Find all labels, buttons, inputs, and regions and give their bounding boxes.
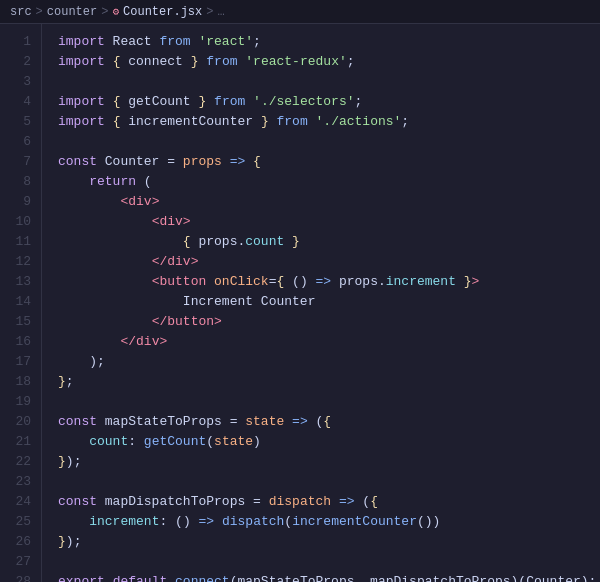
token: ) bbox=[66, 534, 74, 549]
line-number-27: 27 bbox=[0, 552, 41, 572]
token bbox=[58, 174, 89, 189]
code-line-6 bbox=[58, 132, 600, 152]
token: ( bbox=[292, 274, 300, 289]
code-line-5: import { incrementCounter } from './acti… bbox=[58, 112, 600, 132]
token: incrementCounter bbox=[292, 514, 417, 529]
token: ) bbox=[66, 454, 74, 469]
token: { bbox=[183, 234, 191, 249]
token bbox=[261, 494, 269, 509]
token: ( bbox=[206, 434, 214, 449]
code-line-17: ); bbox=[58, 352, 600, 372]
token bbox=[245, 154, 253, 169]
token: increment bbox=[386, 274, 456, 289]
token: ( bbox=[284, 514, 292, 529]
line-number-26: 26 bbox=[0, 532, 41, 552]
token: ( bbox=[518, 574, 526, 582]
token: connect bbox=[175, 574, 230, 582]
code-line-13: <button onClick={ () => props.increment … bbox=[58, 272, 600, 292]
line-number-3: 3 bbox=[0, 72, 41, 92]
line-number-25: 25 bbox=[0, 512, 41, 532]
token: } bbox=[292, 234, 300, 249]
token: } bbox=[58, 454, 66, 469]
token bbox=[269, 114, 277, 129]
token: : bbox=[128, 434, 136, 449]
line-number-2: 2 bbox=[0, 52, 41, 72]
token: count bbox=[89, 434, 128, 449]
token: 'react' bbox=[198, 34, 253, 49]
breadcrumb-src[interactable]: src bbox=[10, 5, 32, 19]
code-line-1: import React from 'react'; bbox=[58, 32, 600, 52]
line-number-23: 23 bbox=[0, 472, 41, 492]
code-line-24: const mapDispatchToProps = dispatch => (… bbox=[58, 492, 600, 512]
token: ; bbox=[589, 574, 597, 582]
token bbox=[58, 314, 152, 329]
token bbox=[58, 254, 152, 269]
token: => bbox=[230, 154, 246, 169]
token: <button bbox=[152, 274, 207, 289]
token bbox=[167, 574, 175, 582]
token: onClick bbox=[214, 274, 269, 289]
code-lines: import React from 'react';import { conne… bbox=[42, 24, 600, 582]
token bbox=[175, 154, 183, 169]
code-line-16: </div> bbox=[58, 332, 600, 352]
token: ) bbox=[581, 574, 589, 582]
token: Increment Counter bbox=[183, 294, 316, 309]
token: ) bbox=[433, 514, 441, 529]
token: } bbox=[464, 274, 472, 289]
breadcrumb-sep-2: > bbox=[101, 5, 108, 19]
code-line-10: <div> bbox=[58, 212, 600, 232]
line-number-9: 9 bbox=[0, 192, 41, 212]
line-number-24: 24 bbox=[0, 492, 41, 512]
token: = bbox=[253, 494, 261, 509]
token: React bbox=[105, 34, 160, 49]
token bbox=[206, 274, 214, 289]
line-number-22: 22 bbox=[0, 452, 41, 472]
token: </div> bbox=[120, 334, 167, 349]
token: = bbox=[167, 154, 175, 169]
token: . bbox=[378, 274, 386, 289]
token: const bbox=[58, 414, 97, 429]
code-line-8: return ( bbox=[58, 172, 600, 192]
code-line-23 bbox=[58, 472, 600, 492]
token bbox=[206, 94, 214, 109]
token: ; bbox=[401, 114, 409, 129]
line-number-12: 12 bbox=[0, 252, 41, 272]
breadcrumb-file[interactable]: Counter.jsx bbox=[123, 5, 202, 19]
code-line-20: const mapStateToProps = state => ({ bbox=[58, 412, 600, 432]
line-number-7: 7 bbox=[0, 152, 41, 172]
token bbox=[105, 94, 113, 109]
breadcrumb-ellipsis: … bbox=[217, 5, 224, 19]
token bbox=[58, 194, 120, 209]
breadcrumb-counter[interactable]: counter bbox=[47, 5, 97, 19]
line-number-14: 14 bbox=[0, 292, 41, 312]
line-number-15: 15 bbox=[0, 312, 41, 332]
token: ; bbox=[66, 374, 74, 389]
line-number-13: 13 bbox=[0, 272, 41, 292]
token: import bbox=[58, 114, 105, 129]
line-number-28: 28 bbox=[0, 572, 41, 582]
token: <div> bbox=[152, 214, 191, 229]
token bbox=[58, 514, 89, 529]
token: </button> bbox=[152, 314, 222, 329]
token: ; bbox=[355, 94, 363, 109]
token bbox=[308, 114, 316, 129]
token bbox=[58, 354, 89, 369]
line-number-10: 10 bbox=[0, 212, 41, 232]
token bbox=[308, 274, 316, 289]
token bbox=[245, 94, 253, 109]
token bbox=[105, 54, 113, 69]
line-number-1: 1 bbox=[0, 32, 41, 52]
token: ) bbox=[253, 434, 261, 449]
token bbox=[105, 114, 113, 129]
token: getCount bbox=[144, 434, 206, 449]
line-number-21: 21 bbox=[0, 432, 41, 452]
token: } bbox=[58, 374, 66, 389]
breadcrumb-file-icon: ⚙ bbox=[112, 5, 119, 18]
token bbox=[58, 274, 152, 289]
token: const bbox=[58, 494, 97, 509]
token: ; bbox=[74, 454, 82, 469]
code-line-28: export default connect(mapStateToProps, … bbox=[58, 572, 600, 582]
line-number-8: 8 bbox=[0, 172, 41, 192]
token: export bbox=[58, 574, 105, 582]
line-number-17: 17 bbox=[0, 352, 41, 372]
